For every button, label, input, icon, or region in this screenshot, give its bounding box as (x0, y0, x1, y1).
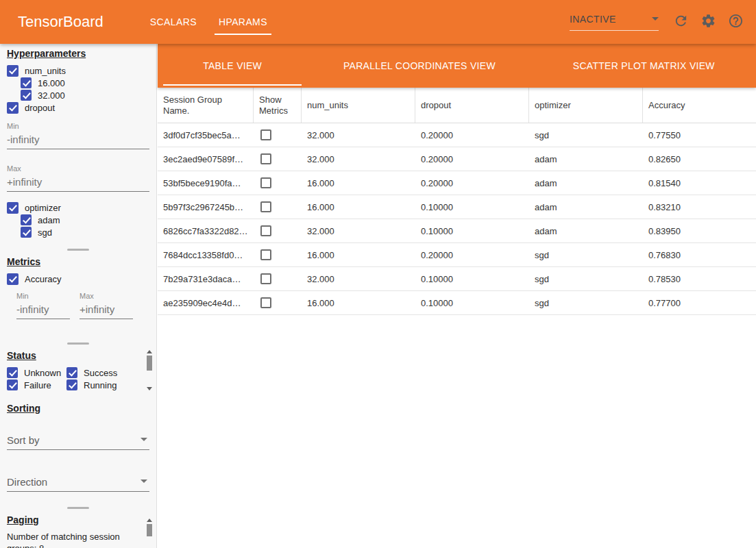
accuracy-value: 0.82650 (643, 154, 756, 164)
dropout-checkbox[interactable] (7, 102, 19, 114)
show-metrics-checkbox[interactable] (260, 153, 271, 164)
num-units-checkbox[interactable] (7, 65, 19, 77)
refresh-button[interactable] (667, 8, 694, 36)
optimizer-value: sgd (529, 274, 643, 284)
show-metrics-checkbox[interactable] (260, 177, 271, 188)
optimizer-value: sgd (529, 130, 643, 140)
section-resize-handle[interactable] (0, 247, 156, 252)
tab-scatter-plot-matrix-view[interactable]: SCATTER PLOT MATRIX VIEW (532, 44, 756, 88)
run-status-value: INACTIVE (570, 14, 616, 25)
show-metrics-checkbox[interactable] (260, 297, 271, 308)
checkbox-row-running[interactable]: Running (66, 379, 149, 391)
settings-button[interactable] (694, 8, 722, 36)
num-units-value: 16.000 (302, 250, 415, 260)
section-resize-handle[interactable] (0, 340, 156, 346)
table-body: 3df0d7cf35bec5a… 32.000 0.20000 sgd 0.77… (158, 123, 756, 315)
checkbox-row-adam[interactable]: adam (21, 214, 149, 226)
checkbox-row-sgd[interactable]: sgd (21, 226, 149, 238)
run-status-dropdown[interactable]: INACTIVE (570, 14, 659, 31)
dropout-value: 0.10000 (415, 274, 529, 284)
show-metrics-checkbox[interactable] (260, 273, 271, 284)
status-scrollbar[interactable] (146, 350, 153, 390)
accuracy-value: 0.77700 (643, 298, 756, 308)
checkbox-row-16[interactable]: 16.000 (21, 77, 149, 89)
optimizer-checkbox[interactable] (7, 202, 19, 214)
table-row: ae235909ec4e4d… 16.000 0.10000 sgd 0.777… (158, 291, 756, 315)
column-header-session-group-name: Session Group Name. (158, 88, 254, 123)
min-label: Min (7, 122, 149, 131)
dropout-value: 0.20000 (415, 178, 529, 188)
accuracy-minmax: Min Max (16, 292, 149, 319)
accuracy-checkbox[interactable] (7, 273, 19, 285)
session-group-name: 3ec2aed9e07589f… (158, 154, 254, 164)
session-group-name: 5b97f3c2967245b… (158, 202, 254, 212)
checkbox-row-success[interactable]: Success (66, 366, 149, 379)
num-units-values: 16.000 32.000 (21, 77, 149, 101)
sgd-checkbox[interactable] (21, 227, 32, 238)
checkbox-row-num-units[interactable]: num_units (7, 64, 149, 77)
column-header-optimizer: optimizer (529, 88, 643, 123)
scrollbar-thumb[interactable] (147, 524, 152, 536)
accuracy-value: 0.83210 (643, 202, 756, 212)
tab-parallel-coordinates-view[interactable]: PARALLEL COORDINATES VIEW (307, 44, 531, 88)
table-row: 3df0d7cf35bec5a… 32.000 0.20000 sgd 0.77… (158, 123, 756, 147)
running-checkbox[interactable] (66, 379, 77, 390)
sort-by-label: Sort by (7, 434, 40, 446)
column-header-dropout: dropout (415, 88, 529, 123)
accuracy-value: 0.76830 (643, 250, 756, 260)
dropout-max-input[interactable] (7, 173, 149, 192)
optimizer-value: sgd (529, 298, 643, 308)
section-resize-handle[interactable] (0, 505, 156, 510)
checkbox-row-32[interactable]: 32.000 (21, 89, 149, 101)
table-row: 7684dcc13358fd0… 16.000 0.20000 sgd 0.76… (158, 243, 756, 267)
checkbox-row-dropout[interactable]: dropout (7, 101, 149, 114)
failure-checkbox[interactable] (7, 379, 18, 390)
scrollbar-thumb[interactable] (147, 356, 152, 371)
accuracy-min-field: Min (16, 292, 70, 319)
help-button[interactable] (722, 8, 749, 36)
optimizer-value: adam (529, 226, 643, 236)
session-group-name: 53bf5bece9190fa… (158, 178, 254, 188)
show-metrics-checkbox[interactable] (260, 249, 271, 260)
direction-dropdown[interactable]: Direction (7, 475, 149, 492)
dropout-value: 0.20000 (415, 154, 529, 164)
paging-section: Paging Number of matching session groups… (0, 510, 156, 548)
show-metrics-checkbox[interactable] (260, 129, 271, 140)
tab-table-view[interactable]: TABLE VIEW (158, 44, 307, 88)
unknown-checkbox[interactable] (7, 367, 18, 378)
table-row: 53bf5bece9190fa… 16.000 0.20000 adam 0.8… (158, 171, 756, 195)
sort-by-dropdown[interactable]: Sort by (7, 433, 149, 450)
tab-scalars[interactable]: SCALARS (139, 0, 208, 44)
checkbox-row-optimizer[interactable]: optimizer (7, 201, 149, 214)
value-16-checkbox[interactable] (21, 77, 32, 88)
success-checkbox[interactable] (66, 367, 77, 378)
tab-hparams[interactable]: HPARAMS (208, 0, 278, 44)
adam-checkbox[interactable] (21, 214, 32, 225)
scroll-down-icon[interactable] (147, 387, 152, 390)
table-row: 5b97f3c2967245b… 16.000 0.10000 adam 0.8… (158, 195, 756, 219)
accuracy-max-input[interactable] (80, 301, 133, 319)
accuracy-min-input[interactable] (16, 301, 70, 319)
optimizer-value: adam (529, 202, 643, 212)
dropout-min-field: Min (7, 122, 149, 149)
drag-grip (67, 249, 89, 251)
matching-groups-text: Number of matching session groups: 8 (7, 531, 134, 548)
show-metrics-checkbox[interactable] (260, 225, 271, 236)
column-header-accuracy: Accuracy (643, 88, 756, 123)
session-group-name: 7b29a731e3daca… (158, 274, 254, 284)
show-metrics-checkbox[interactable] (260, 201, 271, 212)
dropout-min-input[interactable] (7, 131, 149, 149)
table-header: Session Group Name. Show Metrics num_uni… (158, 88, 756, 123)
status-section: Status Unknown Success Failure Running (0, 346, 156, 395)
scroll-up-icon[interactable] (147, 350, 152, 353)
checkbox-row-failure[interactable]: Failure (7, 379, 66, 391)
value-32-checkbox[interactable] (21, 90, 32, 101)
checkbox-row-accuracy[interactable]: Accuracy (7, 273, 149, 285)
num-units-value: 32.000 (302, 154, 415, 164)
scroll-up-icon[interactable] (147, 519, 152, 522)
drag-grip (67, 342, 89, 345)
accuracy-value: 0.81540 (643, 178, 756, 188)
metrics-section: Metrics Accuracy Min Max (0, 252, 156, 340)
checkbox-row-unknown[interactable]: Unknown (7, 366, 66, 379)
paging-scrollbar[interactable] (146, 519, 153, 548)
